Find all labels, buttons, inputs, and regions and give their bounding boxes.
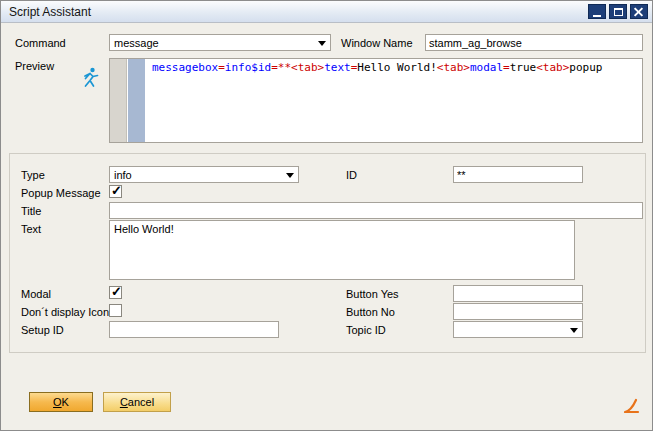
maximize-icon: [614, 8, 623, 16]
preview-code-area[interactable]: messagebox=info$id=**<tab>text=Hello Wor…: [109, 58, 643, 143]
button-no-label: Button No: [346, 306, 395, 318]
minimize-icon: [593, 15, 601, 17]
type-dropdown[interactable]: info: [109, 166, 299, 183]
text-label: Text: [21, 223, 41, 235]
window-controls: [588, 4, 648, 19]
setup-id-label: Setup ID: [21, 324, 64, 336]
script-assistant-window: Script Assistant Command message Window …: [0, 0, 653, 431]
id-label: ID: [346, 169, 357, 181]
window-title: Script Assistant: [9, 5, 91, 19]
title-input[interactable]: [109, 202, 643, 219]
modified-indicator-icon: [623, 397, 641, 417]
close-icon: [634, 7, 644, 17]
preview-label: Preview: [15, 60, 54, 72]
titlebar[interactable]: Script Assistant: [1, 1, 652, 23]
type-label: Type: [21, 169, 45, 181]
command-dropdown-value: message: [114, 37, 159, 49]
button-no-input[interactable]: [453, 303, 583, 320]
running-man-icon: [81, 67, 99, 91]
cancel-button-label: Cancel: [104, 393, 170, 411]
command-label: Command: [15, 37, 66, 49]
id-input[interactable]: [453, 166, 583, 183]
preview-code-line: messagebox=info$id=**<tab>text=Hello Wor…: [152, 61, 640, 74]
dont-display-icon-checkbox[interactable]: [109, 304, 122, 317]
button-yes-input[interactable]: [453, 285, 583, 302]
maximize-button[interactable]: [609, 4, 627, 19]
popup-message-label: Popup Message: [21, 187, 101, 199]
minimize-button[interactable]: [588, 4, 606, 19]
setup-id-input[interactable]: [109, 321, 279, 338]
window-name-label: Window Name: [341, 37, 413, 49]
button-yes-label: Button Yes: [346, 288, 399, 300]
close-button[interactable]: [630, 4, 648, 19]
title-label: Title: [21, 205, 41, 217]
window-name-input[interactable]: [425, 34, 643, 51]
preview-gutter: [110, 59, 127, 142]
type-dropdown-value: info: [114, 169, 132, 181]
dont-display-icon-label: Don´t display Icon: [21, 306, 109, 318]
command-dropdown[interactable]: message: [109, 34, 331, 51]
chevron-down-icon: [318, 41, 326, 46]
preview-selection-margin: [128, 59, 145, 142]
text-textarea[interactable]: Hello World!: [109, 220, 575, 280]
modal-checkbox[interactable]: [109, 286, 122, 299]
ok-button[interactable]: OK: [29, 392, 93, 412]
topic-id-dropdown[interactable]: [453, 321, 583, 338]
popup-message-checkbox[interactable]: [109, 185, 122, 198]
chevron-down-icon: [286, 173, 294, 178]
cancel-button[interactable]: Cancel: [103, 392, 171, 412]
modal-label: Modal: [21, 288, 51, 300]
ok-button-label: OK: [30, 393, 92, 411]
topic-id-label: Topic ID: [346, 324, 386, 336]
chevron-down-icon: [570, 328, 578, 333]
